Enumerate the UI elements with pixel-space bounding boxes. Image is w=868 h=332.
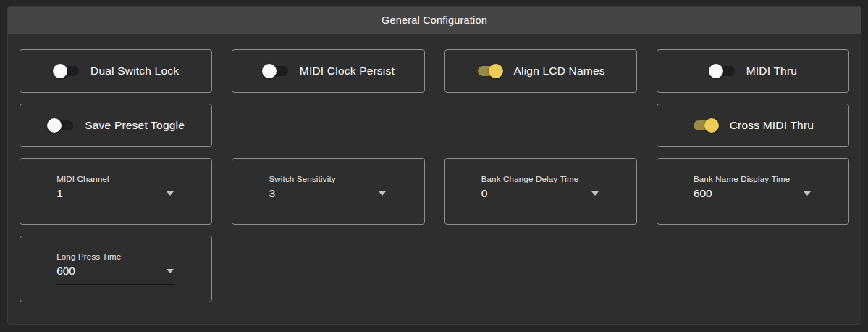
chevron-down-icon (379, 191, 386, 196)
midi-clock-persist-toggle[interactable] (262, 64, 289, 78)
chevron-down-icon (167, 269, 174, 273)
align-lcd-names-toggle[interactable] (476, 64, 503, 78)
select-value: 0 (481, 187, 488, 200)
chevron-down-icon (804, 191, 811, 196)
toggle-label: Cross MIDI Thru (730, 119, 814, 132)
toggle-knob (709, 64, 723, 78)
select-label: Switch Sensitivity (269, 175, 387, 183)
cross-midi-thru-toggle[interactable] (692, 118, 719, 133)
bank-name-display-time-select[interactable]: 600 (694, 187, 812, 207)
general-configuration-panel: General Configuration Dual Switch Lock M… (7, 6, 861, 325)
select-label: MIDI Channel (56, 175, 175, 183)
midi-channel-select[interactable]: 1 (56, 187, 175, 207)
panel-body: Dual Switch Lock MIDI Clock Persist Alig… (8, 34, 861, 320)
bank-change-delay-time-select[interactable]: 0 (481, 187, 600, 207)
dual-switch-lock-toggle[interactable] (53, 64, 80, 78)
card-long-press-time: Long Press Time 600 (20, 236, 212, 302)
toggle-knob (489, 64, 503, 78)
card-bank-change-delay-time: Bank Change Delay Time 0 (444, 158, 637, 225)
select-value: 3 (269, 187, 275, 200)
select-label: Bank Name Display Time (694, 175, 812, 183)
toggle-label: Save Preset Toggle (85, 119, 185, 132)
select-label: Long Press Time (56, 252, 175, 261)
save-preset-toggle[interactable] (47, 118, 74, 133)
select-value: 600 (56, 265, 75, 278)
toggle-label: Align LCD Names (514, 65, 605, 78)
card-midi-channel: MIDI Channel 1 (20, 158, 212, 225)
toggle-knob (47, 118, 62, 133)
toggle-label: MIDI Thru (746, 65, 797, 78)
card-align-lcd-names: Align LCD Names (444, 49, 637, 93)
select-value: 600 (694, 187, 712, 200)
card-midi-clock-persist: MIDI Clock Persist (232, 49, 424, 93)
panel-header: General Configuration (8, 7, 861, 34)
long-press-time-select[interactable]: 600 (56, 265, 175, 285)
card-cross-midi-thru: Cross MIDI Thru (657, 104, 849, 147)
card-save-preset-toggle: Save Preset Toggle (20, 104, 212, 147)
switch-sensitivity-select[interactable]: 3 (269, 187, 387, 207)
card-dual-switch-lock: Dual Switch Lock (20, 49, 212, 93)
chevron-down-icon (591, 191, 599, 196)
toggle-knob (53, 64, 67, 78)
card-switch-sensitivity: Switch Sensitivity 3 (232, 158, 424, 225)
toggle-label: Dual Switch Lock (90, 65, 179, 78)
toggle-knob (704, 118, 719, 133)
panel-title: General Configuration (382, 14, 487, 26)
card-midi-thru: MIDI Thru (657, 49, 849, 93)
chevron-down-icon (167, 191, 174, 196)
toggle-knob (262, 64, 277, 78)
select-value: 1 (56, 187, 63, 200)
card-bank-name-display-time: Bank Name Display Time 600 (657, 158, 849, 225)
select-label: Bank Change Delay Time (481, 175, 600, 183)
midi-thru-toggle[interactable] (709, 64, 736, 78)
toggle-label: MIDI Clock Persist (300, 65, 395, 78)
